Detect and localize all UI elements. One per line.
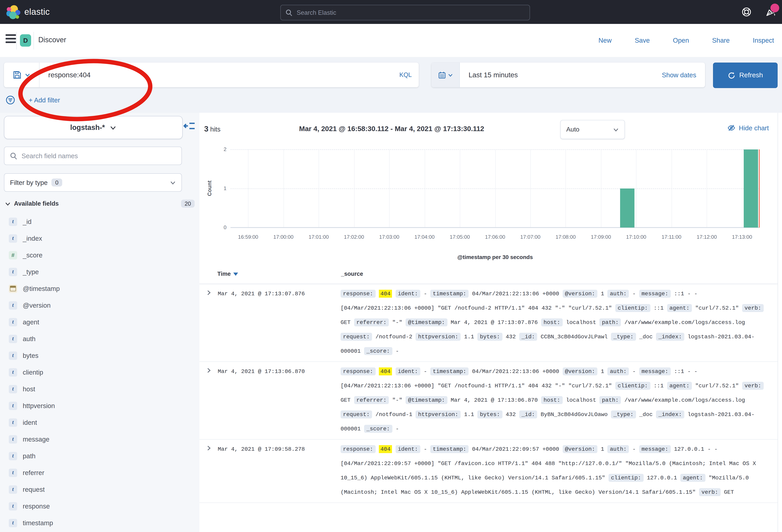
elastic-brand[interactable]: elastic <box>6 5 50 19</box>
field-name: request <box>23 486 45 493</box>
field-item-@timestamp[interactable]: @timestamp <box>0 280 200 297</box>
field-item-message[interactable]: tmessage <box>0 431 200 448</box>
doc-source: response: 404 ident: - timestamp: 04/Mar… <box>341 442 778 499</box>
field-name: clientip <box>23 369 43 376</box>
hide-chart-label: Hide chart <box>739 124 769 132</box>
action-save[interactable]: Save <box>635 37 650 44</box>
chevron-down-icon <box>5 201 11 206</box>
field-name: ident <box>23 419 37 426</box>
time-picker-calendar-button[interactable] <box>431 63 460 87</box>
field-key: _index: <box>656 411 684 418</box>
app-header: D Discover NewSaveOpenShareInspect <box>0 24 782 58</box>
bar-17:13:00[interactable] <box>744 149 758 228</box>
highlighted-value: 404 <box>379 368 392 375</box>
column-time[interactable]: Time <box>217 271 238 277</box>
interval-select[interactable]: Auto <box>560 120 625 139</box>
field-item-agent[interactable]: tagent <box>0 314 200 330</box>
expand-row-icon[interactable] <box>200 364 218 373</box>
field-key: response: <box>341 368 376 375</box>
query-input[interactable]: response:404 <box>39 71 392 79</box>
y-tick-0: 0 <box>212 224 226 230</box>
field-key: agent: <box>667 304 692 312</box>
save-icon <box>13 71 22 79</box>
field-search-input[interactable]: Search field names <box>4 147 182 165</box>
time-column-label: Time <box>217 271 231 277</box>
collapse-sidebar-icon[interactable] <box>183 120 196 132</box>
field-name: @version <box>23 301 51 309</box>
histogram-chart[interactable]: Count @timestamp per 30 seconds 21016:59… <box>230 149 760 228</box>
index-pattern-select[interactable]: logstash-* <box>4 116 183 139</box>
field-value: localhost <box>566 319 596 326</box>
field-value: GET <box>341 397 351 403</box>
field-item-path[interactable]: tpath <box>0 448 200 464</box>
y-tick-2: 2 <box>212 146 226 152</box>
field-item-clientip[interactable]: tclientip <box>0 364 200 381</box>
field-item-host[interactable]: thost <box>0 381 200 397</box>
field-key: ident: <box>395 445 420 453</box>
field-search-placeholder: Search field names <box>22 152 78 160</box>
field-item-bytes[interactable]: tbytes <box>0 347 200 364</box>
field-name: timestamp <box>23 519 53 527</box>
x-tick-17:05:00: 17:05:00 <box>450 234 470 240</box>
x-tick-17:08:00: 17:08:00 <box>556 234 576 240</box>
expand-row-icon[interactable] <box>200 442 218 451</box>
field-key: path: <box>600 318 621 327</box>
field-item-_type[interactable]: t_type <box>0 263 200 280</box>
field-name: referrer <box>23 469 44 477</box>
index-pattern-name: logstash-* <box>70 123 105 132</box>
newsfeed-icon[interactable] <box>765 7 776 17</box>
menu-icon[interactable] <box>6 34 16 43</box>
refresh-icon <box>727 72 735 79</box>
fields-sidebar: logstash-* Search field names Filter by … <box>0 113 200 532</box>
field-value: - <box>396 426 399 432</box>
field-item-httpversion[interactable]: thttpversion <box>0 397 200 414</box>
refresh-button[interactable]: Refresh <box>713 63 778 88</box>
time-range-end-marker <box>759 149 760 228</box>
field-value: _doc <box>639 411 652 418</box>
help-icon[interactable] <box>741 7 752 17</box>
filter-icon[interactable] <box>6 95 15 105</box>
field-item-request[interactable]: trequest <box>0 481 200 498</box>
filter-divider: – <box>20 96 24 104</box>
field-item-_score[interactable]: #_score <box>0 247 200 263</box>
field-item-_index[interactable]: t_index <box>0 230 200 247</box>
field-item-ident[interactable]: tident <box>0 414 200 431</box>
field-key: request: <box>341 411 372 418</box>
string-type-icon: t <box>9 351 17 359</box>
bar-17:09:30[interactable] <box>620 189 635 228</box>
hide-chart-button[interactable]: Hide chart <box>727 124 769 132</box>
global-search-input[interactable]: Search Elastic <box>280 5 530 20</box>
query-band: response:404 KQL Last 15 minutes Show da… <box>0 57 782 113</box>
time-picker: Last 15 minutes Show dates <box>431 63 705 87</box>
field-key: httpversion: <box>416 411 461 418</box>
time-range-value[interactable]: Last 15 minutes <box>460 71 662 79</box>
field-value: 1 <box>601 446 604 452</box>
string-type-icon: t <box>9 418 17 427</box>
filter-by-type-select[interactable]: Filter by type 0 <box>4 173 182 192</box>
expand-row-icon[interactable] <box>200 287 218 296</box>
field-value: Mar 4, 2021 @ 17:13:07.876 <box>451 319 538 326</box>
field-item-auth[interactable]: tauth <box>0 330 200 347</box>
doc-table-body: Mar 4, 2021 @ 17:13:07.876response: 404 … <box>200 284 778 532</box>
field-item-timestamp[interactable]: ttimestamp <box>0 515 200 531</box>
field-item-_id[interactable]: t_id <box>0 213 200 230</box>
show-dates-button[interactable]: Show dates <box>662 71 705 79</box>
number-type-icon: # <box>9 251 17 259</box>
field-name: @timestamp <box>23 285 60 292</box>
action-inspect[interactable]: Inspect <box>753 37 774 44</box>
action-open[interactable]: Open <box>673 37 689 44</box>
kql-language-button[interactable]: KQL <box>392 71 419 78</box>
field-value: 04/Mar/2021:22:13:06 +0000 <box>472 291 559 297</box>
action-share[interactable]: Share <box>712 37 730 44</box>
available-fields-header[interactable]: Available fields 20 <box>5 200 194 207</box>
x-tick-17:13:00: 17:13:00 <box>732 234 752 240</box>
field-value: - <box>633 291 636 297</box>
x-tick-17:03:00: 17:03:00 <box>379 234 399 240</box>
add-filter-button[interactable]: + Add filter <box>29 96 60 104</box>
field-item-@version[interactable]: t@version <box>0 297 200 314</box>
field-item-response[interactable]: tresponse <box>0 498 200 515</box>
field-item-referrer[interactable]: treferrer <box>0 464 200 481</box>
saved-query-menu-button[interactable] <box>4 63 39 87</box>
action-new[interactable]: New <box>599 37 612 44</box>
table-row: Mar 4, 2021 @ 17:13:07.876response: 404 … <box>200 284 778 362</box>
